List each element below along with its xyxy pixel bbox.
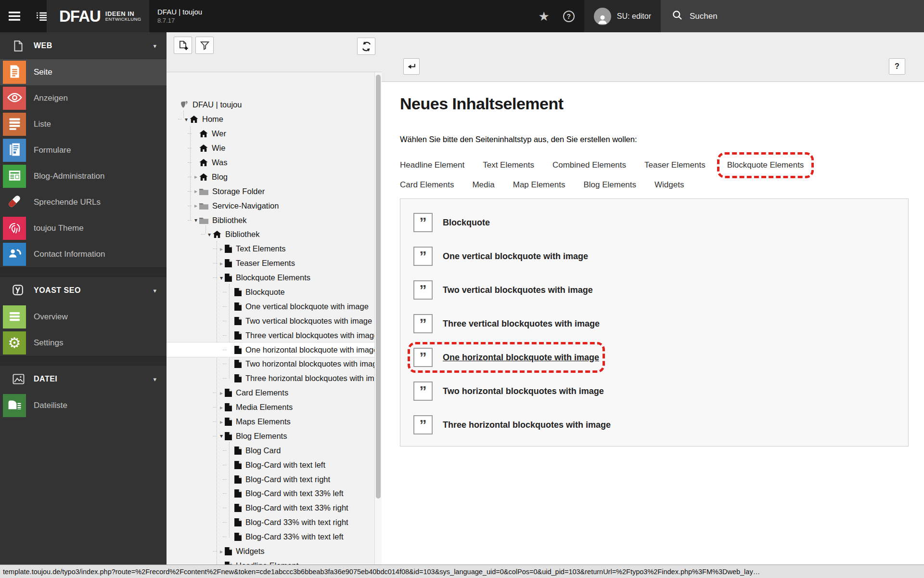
tree-node-widgets[interactable]: ▸Widgets	[167, 544, 374, 559]
bookmark-star-icon[interactable]: ★	[539, 10, 550, 23]
tree-node-two-horizontal-blockquotes-with-image[interactable]: Two horizontal blockquotes with image	[167, 357, 374, 371]
sidebar-item-contact-information[interactable]: Contact Information	[0, 241, 167, 267]
page-tree: DFAU | toujou▾HomeWerWieWas▸Blog▸Storage…	[167, 72, 374, 565]
sidebar-item-liste[interactable]: Liste	[0, 111, 167, 137]
tree-toggle-closed-icon[interactable]: ▸	[218, 246, 225, 252]
tree-toggle-open-icon[interactable]: ▾	[206, 232, 213, 237]
tab-text-elements[interactable]: Text Elements	[483, 160, 534, 170]
help-icon[interactable]: ?	[563, 11, 575, 22]
tree-node-text-elements[interactable]: ▸Text Elements	[167, 242, 374, 256]
wizard-item-three-horizontal-blockquotes-with-image[interactable]: ”Three horizontal blockquotes with image	[413, 415, 908, 449]
tree-node-blog-card-with-text-33-right[interactable]: Blog-Card with text 33% right	[167, 501, 374, 515]
refresh-tree-button[interactable]	[357, 38, 375, 55]
tree-node-blockquote-elements[interactable]: ▾Blockquote Elements	[167, 271, 374, 285]
tree-toggle-closed-icon[interactable]: ▸	[192, 174, 199, 180]
tree-node-label: Blockquote	[245, 288, 285, 297]
tree-node-two-vertical-blockquotes-with-image[interactable]: Two vertical blockquotes with image	[167, 314, 374, 328]
menu-hamburger-icon[interactable]	[9, 12, 20, 21]
doc-icon	[225, 432, 232, 440]
sidebar-section-web[interactable]: WEB▾	[0, 32, 167, 59]
tree-toggle-open-icon[interactable]: ▾	[192, 217, 199, 223]
tree-node-was[interactable]: Was	[167, 156, 374, 170]
tree-toggle-closed-icon[interactable]: ▸	[192, 188, 199, 194]
tree-toggle-open-icon[interactable]: ▾	[183, 117, 190, 122]
wizard-item-three-vertical-blockquotes-with-image[interactable]: ”Three vertical blockquotes with image	[413, 314, 908, 348]
wizard-item-two-vertical-blockquotes-with-image[interactable]: ”Two vertical blockquotes with image	[413, 280, 908, 314]
tree-node-service-navigation[interactable]: ▸Service-Navigation	[167, 198, 374, 213]
tree-toggle-closed-icon[interactable]: ▸	[218, 390, 225, 396]
tree-scrollbar-thumb[interactable]	[376, 75, 381, 499]
sidebar-item-formulare[interactable]: Formulare	[0, 137, 167, 163]
sidebar-item-overview[interactable]: Overview	[0, 304, 167, 330]
tab-headline-element[interactable]: Headline Element	[400, 160, 464, 170]
tree-node-blog[interactable]: ▸Blog	[167, 170, 374, 184]
tree-node-teaser-elements[interactable]: ▸Teaser Elements	[167, 256, 374, 271]
tree-node-blog-elements[interactable]: ▾Blog Elements	[167, 429, 374, 443]
tree-node-one-horizontal-blockquote-with-image[interactable]: One horizontal blockquote with image	[167, 342, 374, 357]
tree-node-blog-card-with-text-left[interactable]: Blog-Card with text left	[167, 458, 374, 472]
sidebar-section-datei[interactable]: DATEI▾	[0, 366, 167, 393]
tab-media[interactable]: Media	[472, 180, 494, 190]
tree-node-home[interactable]: ▾Home	[167, 112, 374, 127]
new-page-button[interactable]	[174, 37, 192, 54]
user-menu[interactable]: SU: editor	[584, 0, 661, 32]
sidebar-item-toujou-theme[interactable]: toujou Theme	[0, 215, 167, 241]
tree-toggle-closed-icon[interactable]: ▸	[218, 261, 225, 266]
tree-node-dfau-toujou[interactable]: DFAU | toujou	[167, 98, 374, 112]
tree-toggle-closed-icon[interactable]: ▸	[218, 405, 225, 410]
toolbar-search[interactable]: Suchen	[661, 0, 924, 32]
tree-node-storage-folder[interactable]: ▸Storage Folder	[167, 184, 374, 198]
folder-icon	[199, 202, 208, 210]
brand-logo[interactable]: DFAU IDEEN IN ENTWICKLUNG	[47, 0, 149, 32]
sidebar-item-sprechende-urls[interactable]: Sprechende URLs	[0, 189, 167, 215]
go-back-button[interactable]	[403, 58, 420, 75]
tree-branch-line	[188, 206, 192, 206]
tree-node-card-elements[interactable]: ▸Card Elements	[167, 386, 374, 400]
csh-help-button[interactable]: ?	[889, 58, 905, 75]
tab-map-elements[interactable]: Map Elements	[513, 180, 565, 190]
tab-blog-elements[interactable]: Blog Elements	[583, 180, 636, 190]
wizard-item-two-horizontal-blockquotes-with-image[interactable]: ”Two horizontal blockquotes with image	[413, 381, 908, 415]
sidebar-section-yoast-seo[interactable]: YOAST SEO▾	[0, 277, 167, 304]
filter-button[interactable]	[195, 37, 214, 54]
sidebar-item-blog-administration[interactable]: Blog-Administration	[0, 163, 167, 189]
tab-teaser-elements[interactable]: Teaser Elements	[644, 160, 706, 170]
sidebar-item-settings[interactable]: ⚙Settings	[0, 330, 167, 356]
tree-node-blog-card-33-with-text-right[interactable]: Blog-Card 33% with text right	[167, 515, 374, 530]
sidebar-item-seite[interactable]: Seite	[0, 59, 167, 85]
tree-node-blog-card[interactable]: Blog Card	[167, 443, 374, 458]
tree-node-three-horizontal-blockquotes-with-image[interactable]: Three horizontal blockquotes with image	[167, 371, 374, 386]
tab-blockquote-elements[interactable]: Blockquote Elements	[724, 159, 808, 171]
tree-node-wie[interactable]: Wie	[167, 141, 374, 156]
tree-scrollbar[interactable]	[374, 72, 382, 565]
tree-node-blog-card-with-text-33-left[interactable]: Blog-Card with text 33% left	[167, 486, 374, 501]
tree-toggle-closed-icon[interactable]: ▸	[218, 549, 225, 554]
wizard-tabs-row-2: Card ElementsMediaMap ElementsBlog Eleme…	[400, 175, 924, 195]
sidebar-item-dateiliste[interactable]: Dateiliste	[0, 393, 167, 419]
tree-toggle-open-icon[interactable]: ▾	[218, 275, 225, 281]
tree-node-headline-element[interactable]: ▸Headline Element	[167, 559, 374, 565]
tree-toggle-closed-icon[interactable]: ▸	[192, 203, 199, 209]
page-tree-toolbar	[167, 32, 382, 72]
tree-node-three-vertical-blockquotes-with-image[interactable]: Three vertical blockquotes with image	[167, 328, 374, 342]
wizard-item-blockquote[interactable]: ”Blockquote	[413, 213, 908, 247]
tree-node-bibliothek[interactable]: ▾Bibliothek	[167, 227, 374, 242]
tree-node-blog-card-33-with-text-left[interactable]: Blog-Card 33% with text left	[167, 530, 374, 544]
tab-combined-elements[interactable]: Combined Elements	[552, 160, 626, 170]
tab-card-elements[interactable]: Card Elements	[400, 180, 454, 190]
tab-widgets[interactable]: Widgets	[654, 180, 684, 190]
tree-toggle-closed-icon[interactable]: ▸	[218, 419, 225, 425]
tree-node-wer[interactable]: Wer	[167, 127, 374, 141]
tree-node-bibliothek[interactable]: ▾Bibliothek	[167, 213, 374, 227]
tree-toggle-open-icon[interactable]: ▾	[218, 433, 225, 439]
bookmark-list-icon[interactable]	[37, 12, 47, 21]
tree-node-maps-elements[interactable]: ▸Maps Elements	[167, 415, 374, 429]
wizard-item-one-horizontal-blockquote-with-image[interactable]: ”One horizontal blockquote with image	[413, 348, 908, 381]
sidebar-item-anzeigen[interactable]: Anzeigen	[0, 85, 167, 111]
tree-node-blockquote[interactable]: Blockquote	[167, 285, 374, 300]
tree-node-one-vertical-blockquote-with-image[interactable]: One vertical blockquote with image	[167, 299, 374, 314]
tree-node-media-elements[interactable]: ▸Media Elements	[167, 400, 374, 415]
tree-node-blog-card-with-text-right[interactable]: Blog-Card with text right	[167, 472, 374, 486]
wizard-item-one-vertical-blockquote-with-image[interactable]: ”One vertical blockquote with image	[413, 247, 908, 280]
tree-node-label: Blog	[212, 172, 228, 182]
